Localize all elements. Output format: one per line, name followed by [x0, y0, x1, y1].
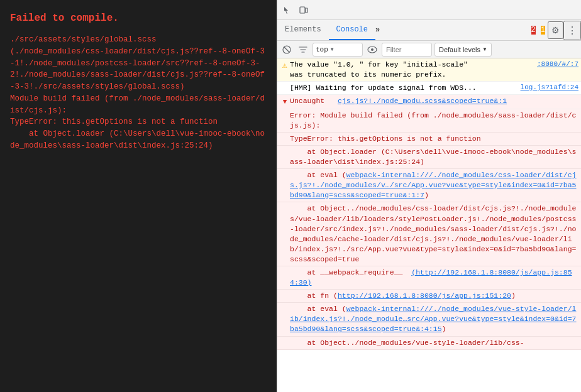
more-options-button[interactable]: ⋮ — [563, 21, 581, 40]
warning-message: The value "1.0, " for key "initial-scale… — [290, 60, 468, 70]
error-body: ./src/assets/styles/global.scss (./node_… — [10, 34, 267, 152]
error-badge: 2 — [531, 26, 536, 35]
warning-source[interactable]: :8080/#/:7 — [537, 60, 578, 70]
console-toolbar: top ▼ Default levels ▼ — [277, 41, 581, 58]
console-entry-warning: ⚠ The value "1.0, " for key "initial-sca… — [277, 58, 581, 82]
error-title: Failed to compile. — [10, 13, 267, 24]
warning-message-content: The value "1.0, " for key "initial-scale… — [290, 60, 578, 80]
default-levels-button[interactable]: Default levels ▼ — [434, 43, 492, 57]
error-detail-7: at fn (http://192.168.1.8:8080/js/app.js… — [277, 290, 581, 303]
error-detail-6: at __webpack_require__ (http://192.168.1… — [277, 266, 581, 290]
svg-point-5 — [371, 48, 374, 51]
show-live-expressions-button[interactable] — [365, 43, 379, 57]
console-entry-error[interactable]: ▼ Uncaught cjs.js?!./node_modu…scss&scop… — [277, 95, 581, 109]
device-toolbar-button[interactable] — [296, 3, 311, 18]
info-message-content: [HMR] Waiting for update signal from WDS… — [290, 83, 578, 93]
more-tabs-icon[interactable]: » — [375, 26, 380, 35]
console-output: ⚠ The value "1.0, " for key "initial-sca… — [277, 58, 581, 392]
tab-console[interactable]: Console — [329, 20, 375, 40]
context-selector[interactable]: top ▼ — [313, 43, 363, 57]
context-chevron-icon: ▼ — [331, 46, 334, 52]
error-expand-icon: ▼ — [280, 97, 290, 107]
error-detail-9: at Object../node_modules/vue-style-loade… — [277, 337, 581, 350]
error-label: Uncaught cjs.js?!./node_modu…scss&scoped… — [290, 96, 507, 106]
filter-toggle-button[interactable] — [296, 43, 310, 57]
error-detail-2: TypeError: this.getOptions is not a func… — [277, 133, 581, 146]
error-detail-5: at Object../node_modules/css-loader/dist… — [277, 202, 581, 266]
console-entry-info: [HMR] Waiting for update signal from WDS… — [277, 82, 581, 95]
levels-chevron-icon: ▼ — [482, 46, 487, 52]
svg-rect-0 — [300, 7, 305, 13]
tab-elements[interactable]: Elements — [277, 20, 329, 40]
devtools-topbar — [277, 0, 581, 20]
error-detail-4: at eval (webpack-internal:///./node_modu… — [277, 169, 581, 202]
svg-rect-1 — [306, 8, 307, 13]
info-source[interactable]: log.js?1afd:24 — [521, 83, 578, 93]
left-panel: Failed to compile. ./src/assets/styles/g… — [0, 0, 277, 392]
warning-badge: 1 — [541, 26, 545, 35]
warning-message-2: was truncated to its numeric prefix. — [290, 70, 578, 80]
error-detail-3: at Object.loader (C:\Users\dell\vue-imoo… — [277, 146, 581, 169]
clear-console-button[interactable] — [280, 43, 294, 57]
error-detail-8: at eval (webpack-internal:///./node_modu… — [277, 303, 581, 336]
settings-button[interactable]: ⚙ — [548, 21, 563, 39]
inspect-element-button[interactable] — [280, 3, 295, 18]
svg-line-3 — [284, 47, 289, 52]
warning-icon: ⚠ — [280, 60, 290, 72]
filter-input[interactable] — [382, 43, 432, 57]
error-message-content: Uncaught cjs.js?!./node_modu…scss&scoped… — [290, 96, 578, 106]
devtools-tabs-row: Elements Console » 2 1 ⚙ ⋮ — [277, 20, 581, 41]
devtools-panel: Elements Console » 2 1 ⚙ ⋮ top ▼ — [277, 0, 581, 392]
info-message: [HMR] Waiting for update signal from WDS… — [290, 83, 477, 93]
error-detail-1: Error: Module build failed (from ./node_… — [277, 109, 581, 133]
